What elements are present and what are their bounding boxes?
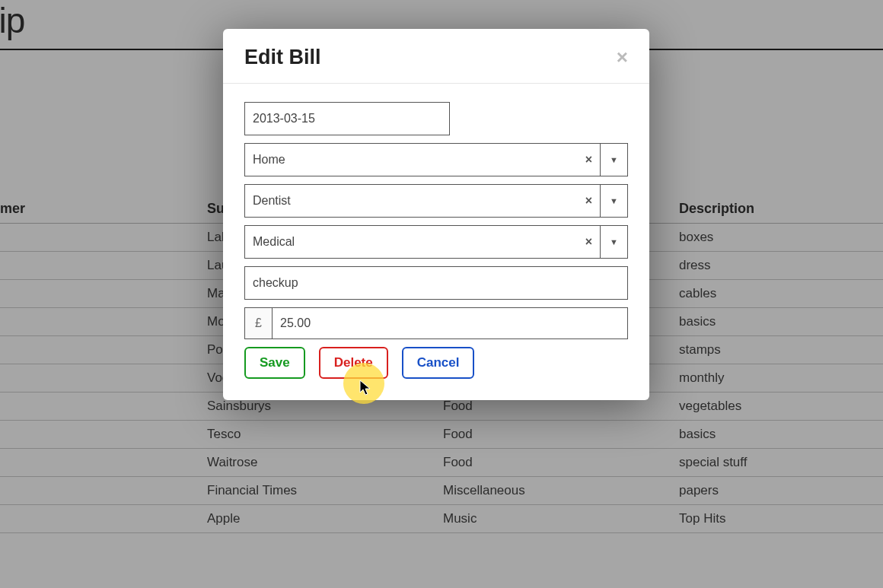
table-cell <box>0 449 198 477</box>
table-cell: basics <box>670 421 883 449</box>
description-field[interactable]: checkup <box>244 266 628 300</box>
date-field[interactable]: 2013-03-15 <box>244 102 450 135</box>
amount-field[interactable]: 25.00 <box>272 307 628 339</box>
table-cell: special stuff <box>670 449 883 477</box>
table-cell: basics <box>670 308 883 336</box>
date-value: 2013-03-15 <box>253 112 315 126</box>
description-value: checkup <box>253 276 298 290</box>
category1-value: Home <box>253 153 285 167</box>
table-cell <box>0 421 198 449</box>
table-row[interactable]: WaitroseFoodspecial stuff <box>0 449 883 477</box>
brand-thin: Clip <box>0 1 24 40</box>
table-cell: vegetables <box>670 393 883 421</box>
table-row[interactable]: AppleMusicTop Hits <box>0 505 883 533</box>
delete-button[interactable]: Delete <box>319 347 388 379</box>
table-cell: papers <box>670 477 883 505</box>
edit-bill-modal: Edit Bill × 2013-03-15 Home × ▼ Dentist … <box>223 29 649 400</box>
table-cell <box>0 505 198 533</box>
table-row[interactable]: Financial TimesMiscellaneouspapers <box>0 477 883 505</box>
col-description: Description <box>670 195 883 224</box>
table-cell: Music <box>434 505 670 533</box>
table-cell: dress <box>670 252 883 280</box>
category1-clear-icon[interactable]: × <box>585 153 592 167</box>
table-cell <box>0 336 198 364</box>
table-cell: cables <box>670 280 883 308</box>
table-cell: Top Hits <box>670 505 883 533</box>
table-cell <box>0 308 198 336</box>
category1-combo: Home × ▼ <box>244 143 628 176</box>
cancel-button[interactable]: Cancel <box>402 347 475 379</box>
modal-title: Edit Bill <box>244 46 321 69</box>
table-cell <box>0 477 198 505</box>
table-cell: boxes <box>670 224 883 252</box>
amount-value: 25.00 <box>280 316 311 330</box>
category3-value: Medical <box>253 235 295 249</box>
table-row[interactable]: TescoFoodbasics <box>0 421 883 449</box>
table-cell <box>0 280 198 308</box>
table-cell: Apple <box>198 505 434 533</box>
category2-value: Dentist <box>253 194 291 208</box>
table-cell: Food <box>434 421 670 449</box>
category2-field[interactable]: Dentist × <box>244 184 601 218</box>
table-cell <box>0 364 198 393</box>
table-cell: monthly <box>670 364 883 393</box>
category1-dropdown-icon[interactable]: ▼ <box>601 143 628 176</box>
category3-field[interactable]: Medical × <box>244 225 601 259</box>
table-cell: Miscellaneous <box>434 477 670 505</box>
table-cell: Waitrose <box>198 449 434 477</box>
category3-dropdown-icon[interactable]: ▼ <box>601 225 628 259</box>
table-cell <box>0 252 198 280</box>
category2-combo: Dentist × ▼ <box>244 184 628 218</box>
save-button[interactable]: Save <box>244 347 305 379</box>
category2-dropdown-icon[interactable]: ▼ <box>601 184 628 218</box>
close-icon[interactable]: × <box>617 47 628 67</box>
table-cell: Food <box>434 449 670 477</box>
table-cell: stamps <box>670 336 883 364</box>
table-cell: Tesco <box>198 421 434 449</box>
table-cell <box>0 224 198 252</box>
table-cell <box>0 393 198 421</box>
currency-label: £ <box>244 307 272 339</box>
table-cell: Financial Times <box>198 477 434 505</box>
category3-combo: Medical × ▼ <box>244 225 628 259</box>
category1-field[interactable]: Home × <box>244 143 601 176</box>
col-customer: mer <box>0 195 198 224</box>
category2-clear-icon[interactable]: × <box>585 194 592 208</box>
category3-clear-icon[interactable]: × <box>585 235 592 249</box>
